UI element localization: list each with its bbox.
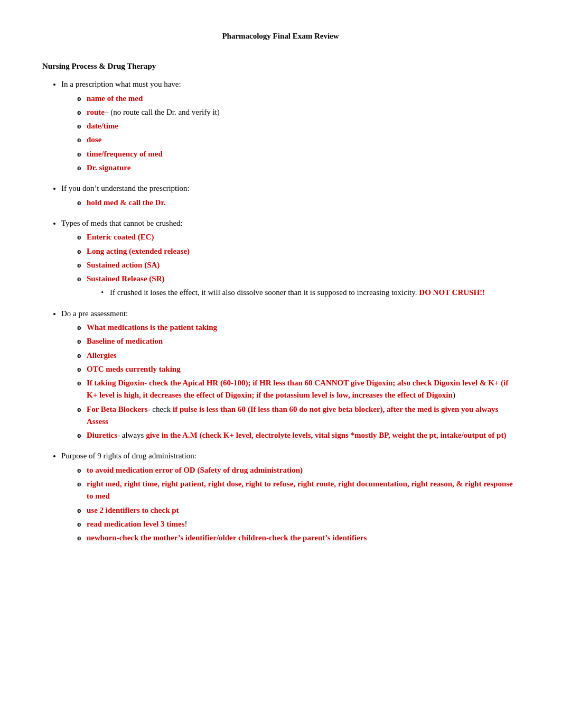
sub-list-prescription: name of the med route– (no route call th… — [61, 93, 519, 174]
bullet-pre-assessment: Do a pre assessment: What medications is… — [61, 308, 519, 442]
sub-list-understand: hold med & call the Dr. — [61, 197, 519, 209]
sub-item-sustained-action: Sustained action (SA) — [77, 259, 519, 271]
sub-item-allergies: Allergies — [77, 349, 519, 362]
sub-item-avoid-error: to avoid medication error of OD (Safety … — [77, 464, 519, 476]
sub-item-hold-med: hold med & call the Dr. — [77, 197, 519, 209]
main-bullet-list: In a prescription what must you have: na… — [42, 78, 519, 544]
sub-item-time-frequency: time/frequency of med — [77, 148, 519, 160]
bullet-cannot-crush: Types of meds that cannot be crushed: En… — [61, 217, 519, 299]
section-heading: Nursing Process & Drug Therapy — [42, 62, 519, 71]
sub-list-9-rights: to avoid medication error of OD (Safety … — [61, 464, 519, 545]
sub-item-beta-blockers: For Beta Blockers- check if pulse is les… — [77, 403, 519, 428]
sub-item-dose: dose — [77, 134, 519, 146]
sub-item-sustained-release: Sustained Release (SR) If crushed it los… — [77, 273, 519, 299]
bullet-understand-prescription: If you don’t understand the prescription… — [61, 182, 519, 209]
sub-item-name-of-med: name of the med — [77, 93, 519, 105]
sub-item-newborn-check: newborn-check the mother’s identifier/ol… — [77, 532, 519, 544]
sub-sub-list-sr: If crushed it loses the effect, it will … — [87, 287, 519, 299]
sub-item-read-3-times: read medication level 3 times! — [77, 518, 519, 530]
sub-item-2-identifiers: use 2 identifiers to check pt — [77, 504, 519, 517]
sub-item-ec: Enteric coated (EC) — [77, 231, 519, 243]
sub-list-pre-assessment: What medications is the patient taking B… — [61, 321, 519, 441]
sub-item-diuretics: Diuretics- always give in the A.M (check… — [77, 429, 519, 441]
sub-item-dr-signature: Dr. signature — [77, 162, 519, 174]
sub-item-what-meds: What medications is the patient taking — [77, 321, 519, 334]
bullet-prescription: In a prescription what must you have: na… — [61, 78, 519, 174]
sub-item-right-med: right med, right time, right patient, ri… — [77, 478, 519, 503]
sub-sub-item-do-not-crush: If crushed it loses the effect, it will … — [101, 287, 519, 299]
sub-item-datetime: date/time — [77, 120, 519, 132]
sub-item-digoxin: If taking Digoxin- check the Apical HR (… — [77, 377, 519, 402]
bullet-9-rights: Purpose of 9 rights of drug administrati… — [61, 450, 519, 544]
sub-item-baseline: Baseline of medication — [77, 335, 519, 347]
sub-item-otc: OTC meds currently taking — [77, 363, 519, 375]
sub-item-route: route– (no route call the Dr. and verify… — [77, 106, 519, 118]
page-title: Pharmacology Final Exam Review — [42, 32, 519, 41]
sub-item-long-acting: Long acting (extended release) — [77, 245, 519, 257]
sub-list-crush: Enteric coated (EC) Long acting (extende… — [61, 231, 519, 299]
section-nursing-process: Nursing Process & Drug Therapy In a pres… — [42, 62, 519, 544]
